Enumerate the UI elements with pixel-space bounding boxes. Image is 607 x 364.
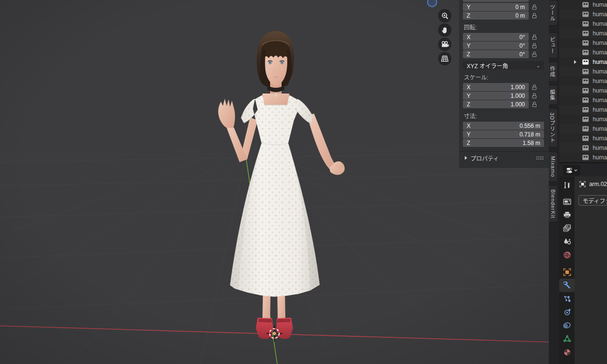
- sidebar-tab-2[interactable]: ビュー: [549, 32, 558, 58]
- outliner-item[interactable]: human: [559, 19, 607, 29]
- active-object-name: arm.02: [589, 181, 607, 187]
- rotation-row-x: X0°: [463, 33, 545, 41]
- lock-icon[interactable]: [529, 84, 540, 90]
- properties-content: arm.02 モディファ: [575, 177, 607, 364]
- outliner-item[interactable]: human: [559, 143, 607, 153]
- tab-object-data[interactable]: [559, 332, 575, 345]
- hand-icon: [441, 26, 449, 34]
- object-data-block-icon: [582, 116, 589, 122]
- chevron-down-icon: ⌄: [536, 63, 540, 68]
- rotation-field-y[interactable]: Y0°: [463, 42, 529, 50]
- location-field-y[interactable]: Y0 m: [463, 3, 529, 11]
- object-data-block-icon: [582, 2, 589, 8]
- tab-material[interactable]: [559, 345, 575, 359]
- expand-arrow-icon: [465, 156, 467, 160]
- tab-view-layer[interactable]: [559, 221, 575, 235]
- lock-icon[interactable]: [529, 13, 540, 19]
- camera-view-button[interactable]: [438, 38, 451, 51]
- outliner-item-selected[interactable]: human: [559, 57, 607, 67]
- rotation-field-x[interactable]: X0°: [463, 33, 529, 41]
- object-data-block-icon: [582, 107, 589, 113]
- sidebar-tab-3[interactable]: 作成: [549, 62, 558, 82]
- zoom-button[interactable]: [438, 9, 451, 22]
- tab-object[interactable]: [559, 265, 575, 279]
- outliner-item[interactable]: human: [559, 114, 607, 124]
- location-field-z[interactable]: Z0 m: [463, 11, 529, 20]
- tab-world[interactable]: [559, 248, 575, 261]
- object-data-block-icon: [582, 59, 589, 65]
- tool-icon: [563, 181, 571, 189]
- world-icon: [563, 251, 571, 259]
- tab-scene[interactable]: [559, 235, 575, 248]
- outliner-item[interactable]: human: [559, 38, 607, 48]
- dimension-field-z[interactable]: Z1.58 m: [463, 139, 544, 147]
- lock-icon[interactable]: [529, 93, 540, 99]
- add-modifier-button[interactable]: モディファ: [578, 195, 607, 206]
- sidebar-tab-5[interactable]: 3Dプリント: [549, 108, 558, 147]
- tab-tool[interactable]: [559, 178, 575, 192]
- object-data-block-icon: [582, 50, 589, 55]
- outliner-item[interactable]: human: [559, 124, 607, 134]
- dress: [230, 95, 320, 297]
- dimension-field-y[interactable]: Y0.718 m: [463, 130, 544, 138]
- object-icon: [563, 268, 571, 276]
- sidebar-tab-7[interactable]: BlenderKit: [549, 185, 558, 223]
- tab-modifiers[interactable]: [559, 279, 575, 292]
- object-data-block-icon: [582, 21, 589, 27]
- constraints-icon: [563, 322, 571, 329]
- outliner: humanhumanhumanhumanhumanhumanhumanhuman…: [559, 0, 607, 162]
- dimensions-label: 寸法:: [464, 112, 545, 120]
- rotation-field-z[interactable]: Z0°: [463, 50, 529, 58]
- tab-particles[interactable]: [559, 292, 575, 305]
- chevron-down-icon: [574, 169, 577, 172]
- rotation-mode-dropdown[interactable]: XYZ オイラー角 ⌄: [463, 61, 544, 70]
- outliner-item[interactable]: human: [559, 134, 607, 143]
- active-object-icon: [579, 181, 586, 187]
- scale-field-y[interactable]: Y1.000: [463, 92, 529, 100]
- lock-icon[interactable]: [529, 4, 540, 10]
- location-x-field-partial[interactable]: [463, 0, 529, 2]
- outliner-item[interactable]: human: [559, 95, 607, 105]
- sidebar-tab-4[interactable]: 編集: [549, 85, 558, 105]
- dimension-row-y: Y0.718 m: [463, 130, 545, 138]
- rotation-row-y: Y0°: [463, 42, 545, 50]
- outliner-item[interactable]: human: [559, 67, 607, 76]
- breadcrumb[interactable]: arm.02: [579, 181, 607, 187]
- outliner-item[interactable]: human: [559, 48, 607, 57]
- editor-type-dropdown[interactable]: [563, 165, 580, 176]
- character-model[interactable]: [218, 31, 345, 339]
- outliner-item[interactable]: human: [559, 153, 607, 162]
- rotation-label: 回転:: [464, 23, 545, 31]
- expand-arrow-icon[interactable]: [574, 60, 576, 64]
- scale-field-z[interactable]: Z1.000: [463, 100, 529, 108]
- dimension-row-z: Z1.58 m: [463, 139, 545, 147]
- lock-icon[interactable]: [529, 102, 540, 107]
- drag-grip-icon[interactable]: [536, 156, 544, 160]
- outliner-item[interactable]: human: [559, 86, 607, 95]
- properties-tabs: [559, 177, 575, 364]
- scale-field-x[interactable]: X1.000: [463, 83, 529, 91]
- outliner-item[interactable]: human: [559, 0, 607, 10]
- pan-button[interactable]: [438, 23, 451, 37]
- tab-physics[interactable]: [559, 305, 575, 319]
- object-data-icon: [563, 335, 571, 343]
- outliner-item[interactable]: human: [559, 29, 607, 38]
- properties-subpanel-header[interactable]: プロパティ: [463, 152, 545, 164]
- tab-output[interactable]: [559, 208, 575, 221]
- outliner-item[interactable]: human: [559, 10, 607, 19]
- sidebar-tab-6[interactable]: Mixamo: [549, 152, 558, 182]
- dimension-field-x[interactable]: X0.556 m: [463, 122, 544, 130]
- tab-constraints[interactable]: [559, 319, 575, 332]
- tab-render[interactable]: [559, 195, 575, 208]
- toggle-grid-button[interactable]: [438, 52, 451, 65]
- sidebar-tab-1[interactable]: ツール: [549, 0, 558, 26]
- properties-editor-icon: [566, 167, 573, 174]
- lock-icon[interactable]: [529, 52, 540, 57]
- outliner-item[interactable]: human: [559, 105, 607, 114]
- outliner-item[interactable]: human: [559, 76, 607, 86]
- scene-icon: [563, 238, 571, 245]
- properties-editor: arm.02 モディファ: [559, 177, 607, 364]
- lock-icon[interactable]: [529, 34, 540, 40]
- lock-icon[interactable]: [529, 43, 540, 49]
- rotation-fields: X0°Y0°Z0°: [463, 33, 545, 58]
